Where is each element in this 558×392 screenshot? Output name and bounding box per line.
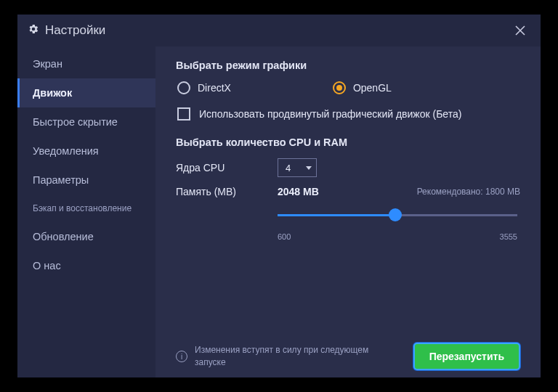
sidebar-item-2[interactable]: Быстрое скрытие [17,107,155,136]
sidebar-item-4[interactable]: Параметры [17,166,155,195]
memory-value: 2048 MB [278,186,319,197]
sidebar-item-3[interactable]: Уведомления [17,136,155,166]
titlebar: Настройки [17,15,541,46]
window-title: Настройки [45,23,105,38]
graphics-radio-opengl[interactable]: OpenGL [333,81,392,94]
slider-min-label: 600 [278,232,291,241]
slider-range-labels: 600 3555 [278,232,517,241]
memory-label: Память (MB) [176,186,278,197]
footer-info-text: Изменения вступят в силу при следующем з… [195,344,398,369]
radio-icon [177,81,190,94]
close-button[interactable] [512,22,529,39]
sidebar: ЭкранДвижокБыстрое скрытиеУведомленияПар… [17,46,155,377]
graphics-mode-group: DirectXOpenGL [176,81,520,94]
close-icon [514,25,526,36]
radio-icon [333,81,346,94]
main-panel: Выбрать режим графики DirectXOpenGL Испо… [155,46,541,377]
sidebar-item-5[interactable]: Бэкап и восстановление [17,195,155,222]
advanced-engine-checkbox[interactable] [177,107,190,121]
cpu-ram-section-title: Выбрать количество CPU и RAM [176,136,520,148]
advanced-engine-label: Использовать продвинутый графический дви… [199,108,461,120]
sidebar-item-6[interactable]: Обновление [17,222,155,251]
memory-recommended: Рекомендовано: 1800 MB [417,187,520,197]
advanced-engine-row: Использовать продвинутый графический дви… [176,107,520,121]
footer: i Изменения вступят в силу при следующем… [176,334,520,370]
cpu-cores-value: 4 [286,163,291,173]
slider-fill [278,214,395,216]
settings-window: Настройки ЭкранДвижокБыстрое скрытиеУвед… [17,15,541,377]
sidebar-item-0[interactable]: Экран [17,49,155,78]
slider-max-label: 3555 [500,232,517,241]
restart-button[interactable]: Перезапустить [413,343,520,370]
memory-slider[interactable] [278,208,517,222]
chevron-down-icon [306,166,312,170]
radio-label: DirectX [198,82,231,94]
sidebar-item-7[interactable]: О нас [17,251,155,280]
graphics-section-title: Выбрать режим графики [176,60,520,71]
graphics-radio-directx[interactable]: DirectX [177,81,231,94]
sidebar-item-1[interactable]: Движок [17,78,155,107]
radio-label: OpenGL [353,82,392,94]
cpu-cores-label: Ядра CPU [176,162,278,173]
gear-icon [28,23,39,38]
info-icon: i [176,351,187,362]
cpu-cores-select[interactable]: 4 [278,158,317,177]
slider-thumb[interactable] [389,208,402,221]
